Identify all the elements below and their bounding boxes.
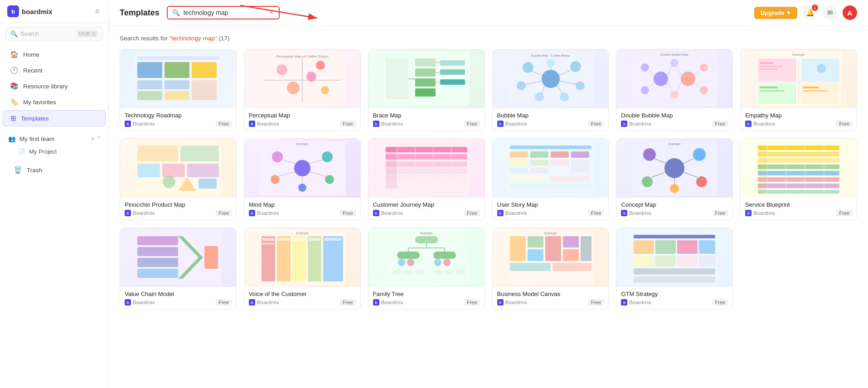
brand-icon: b bbox=[745, 210, 752, 216]
template-info: Mind Map b Boardmix Free bbox=[244, 198, 360, 220]
template-card-customer-journey-map[interactable]: Customer Journey Map b Boardmix Free bbox=[368, 138, 485, 220]
teams-section-header[interactable]: 👥 My first team + ^ bbox=[4, 132, 105, 145]
upgrade-button[interactable]: Upgrade ✦ bbox=[754, 7, 797, 19]
template-info: Brace Map b Boardmix Free bbox=[369, 108, 485, 131]
svg-rect-111 bbox=[386, 176, 467, 181]
template-info: Business Model Canvas b Boardmix Free bbox=[493, 287, 609, 309]
free-badge: Free bbox=[588, 121, 604, 127]
thumb-svg bbox=[120, 139, 236, 198]
sidebar-item-templates[interactable]: ⊞ Templates bbox=[3, 110, 106, 126]
brand-icon: b bbox=[373, 210, 379, 216]
svg-rect-217 bbox=[552, 263, 591, 271]
svg-rect-171 bbox=[292, 236, 306, 281]
svg-point-42 bbox=[546, 59, 554, 67]
template-brand: b Boardmix bbox=[621, 299, 651, 306]
template-card-user-story-map[interactable]: User Story Map b Boardmix Free bbox=[492, 138, 609, 220]
search-clear-button[interactable]: ✕ bbox=[269, 9, 274, 16]
svg-rect-113 bbox=[386, 147, 397, 189]
svg-rect-166 bbox=[204, 246, 218, 269]
svg-rect-7 bbox=[137, 91, 162, 100]
topbar: Templates 🔍 ✕ Upgrade ✦ 🔔 1 ✉ A bbox=[109, 0, 868, 26]
svg-rect-92 bbox=[199, 179, 217, 189]
svg-rect-88 bbox=[162, 164, 185, 177]
brand-icon: b bbox=[621, 121, 627, 127]
template-info: Pinocchio Product Map b Boardmix Free bbox=[120, 198, 236, 220]
svg-rect-128 bbox=[530, 168, 548, 173]
free-badge: Free bbox=[588, 299, 604, 306]
sidebar-item-my-project[interactable]: 📄 My Project bbox=[5, 146, 104, 158]
template-card-concept-map[interactable]: Example Concept Ma bbox=[616, 138, 733, 220]
thumb-svg bbox=[120, 228, 236, 287]
svg-rect-26 bbox=[415, 88, 436, 97]
template-name: Business Model Canvas bbox=[497, 291, 604, 297]
svg-point-15 bbox=[276, 64, 287, 75]
template-card-perceptual-map[interactable]: Perceptual Map of Coffee Shops Perceptua… bbox=[244, 49, 361, 131]
brand-icon: b bbox=[125, 299, 131, 306]
template-thumb bbox=[369, 49, 485, 108]
sidebar-item-trash-label: Trash bbox=[27, 167, 42, 174]
svg-rect-155 bbox=[758, 146, 767, 194]
template-search-input[interactable] bbox=[184, 9, 265, 16]
sidebar: b boardmix ≡ 🔍 Search Shift S 🏠 Home 🕐 R… bbox=[0, 0, 109, 388]
svg-point-90 bbox=[163, 175, 175, 188]
sidebar-item-recent[interactable]: 🕐 Recent bbox=[3, 63, 106, 78]
sidebar-item-resource-library[interactable]: 📚 Resource library bbox=[3, 78, 106, 94]
template-card-empathy-map[interactable]: Example bbox=[740, 49, 857, 131]
search-shortcut: Shift S bbox=[76, 30, 98, 38]
template-card-voice-of-customer[interactable]: Example Voice of t bbox=[244, 228, 361, 310]
svg-rect-150 bbox=[758, 165, 839, 169]
add-team-item-button[interactable]: + bbox=[91, 135, 94, 142]
sidebar-item-home-label: Home bbox=[23, 51, 39, 58]
svg-rect-220 bbox=[634, 240, 654, 254]
svg-point-96 bbox=[272, 151, 283, 162]
template-card-family-tree[interactable]: Example bbox=[368, 228, 485, 310]
svg-rect-109 bbox=[386, 161, 467, 167]
template-thumb: Example bbox=[616, 139, 732, 198]
svg-point-38 bbox=[516, 81, 525, 90]
svg-rect-72 bbox=[758, 83, 796, 104]
svg-rect-127 bbox=[509, 168, 528, 173]
svg-rect-152 bbox=[758, 177, 839, 182]
sidebar-item-my-favorites[interactable]: 🏷️ My favorites bbox=[3, 94, 106, 110]
template-card-mind-map[interactable]: Example Mind Map bbox=[244, 138, 361, 220]
template-card-gtm-strategy[interactable]: GTM Strategy b Boardmix Free bbox=[616, 228, 733, 310]
project-icon: 📄 bbox=[18, 148, 25, 155]
messages-button[interactable]: ✉ bbox=[823, 5, 837, 20]
notifications-button[interactable]: 🔔 1 bbox=[803, 5, 817, 20]
brand-icon: b bbox=[497, 299, 504, 306]
brand-icon: b bbox=[125, 210, 131, 216]
template-card-service-blueprint[interactable]: Service Blueprint b Boardmix Free bbox=[740, 138, 857, 220]
avatar[interactable]: A bbox=[843, 5, 857, 20]
template-card-value-chain-model[interactable]: Value Chain Model b Boardmix Free bbox=[120, 228, 237, 310]
search-magnifier-icon: 🔍 bbox=[172, 9, 180, 16]
collapse-button[interactable]: ≡ bbox=[93, 5, 101, 17]
svg-text:Example: Example bbox=[669, 142, 681, 146]
template-card-pinocchio-product-map[interactable]: Pinocchio Product Map b Boardmix Free bbox=[120, 138, 237, 220]
template-brand: b Boardmix bbox=[497, 210, 528, 216]
template-card-technology-roadmap[interactable]: Technology Roadmap b Boardmix Free bbox=[120, 49, 237, 131]
template-card-bubble-map[interactable]: Bubble Map - Coffee Beans bbox=[492, 49, 609, 131]
template-card-double-bubble-map[interactable]: Double Bubble Map bbox=[616, 49, 733, 131]
svg-point-138 bbox=[642, 176, 653, 187]
svg-point-140 bbox=[670, 184, 679, 193]
teams-section-title: 👥 My first team bbox=[8, 135, 54, 142]
sidebar-search[interactable]: 🔍 Search Shift S bbox=[5, 27, 103, 41]
svg-rect-10 bbox=[192, 80, 217, 100]
template-name: Technology Roadmap bbox=[125, 112, 232, 119]
svg-rect-182 bbox=[415, 236, 438, 243]
template-name: Pinocchio Product Map bbox=[125, 201, 232, 208]
thumb-svg bbox=[616, 228, 732, 287]
svg-rect-223 bbox=[699, 240, 715, 254]
free-badge: Free bbox=[464, 299, 480, 306]
svg-point-137 bbox=[693, 148, 706, 161]
template-thumb: Example bbox=[741, 49, 857, 108]
svg-rect-164 bbox=[137, 269, 178, 278]
thumb-svg bbox=[120, 49, 236, 108]
sidebar-item-home[interactable]: 🏠 Home bbox=[3, 47, 106, 62]
svg-point-136 bbox=[643, 148, 656, 161]
svg-rect-110 bbox=[386, 169, 467, 174]
collapse-team-button[interactable]: ^ bbox=[97, 135, 100, 142]
sidebar-item-trash[interactable]: 🗑️ Trash bbox=[6, 162, 102, 178]
template-card-brace-map[interactable]: Brace Map b Boardmix Free bbox=[368, 49, 485, 131]
template-card-business-model-canvas[interactable]: Example Business Model Canvas bbox=[492, 228, 609, 310]
